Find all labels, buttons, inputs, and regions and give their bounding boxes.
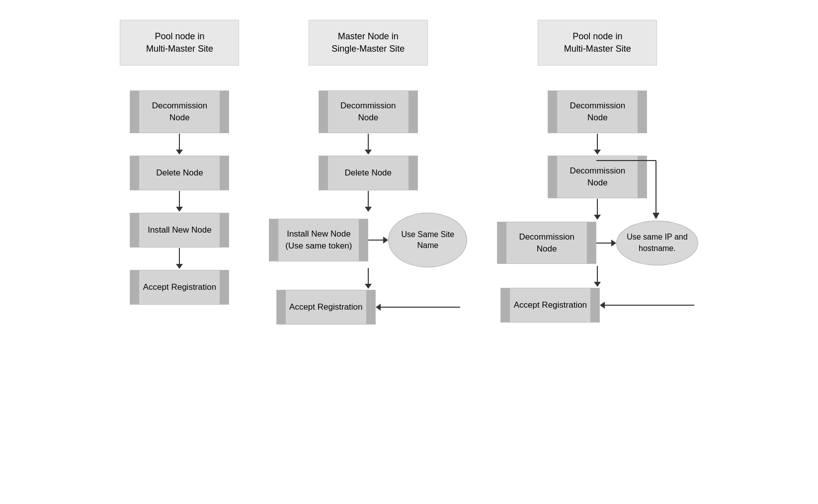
col3-step3: DecommissionNode (497, 222, 596, 264)
column-3: Pool node inMulti-Master Site Decommissi… (497, 20, 698, 323)
col1-step4: Accept Registration (130, 270, 229, 305)
col3-header: Pool node inMulti-Master Site (538, 20, 657, 66)
col3-step1: DecommissionNode (548, 90, 647, 133)
col2-step1: DecommissionNode (319, 90, 418, 133)
col3-arrowhead-left (600, 302, 605, 309)
col2-arrow-right (368, 237, 388, 244)
col2-step2: Delete Node (319, 156, 418, 190)
col3-step1-label: DecommissionNode (570, 100, 625, 124)
col1-arrow3 (176, 248, 183, 270)
col3-step4: Accept Registration (500, 288, 600, 323)
diagram-container: Pool node in Multi-Master Site Decommiss… (10, 20, 808, 325)
col3-header-text: Pool node inMulti-Master Site (564, 30, 631, 55)
col3-arrow1 (594, 133, 601, 156)
svg-marker-2 (653, 213, 659, 219)
col2-step3: Install New Node(Use same token) (269, 219, 368, 261)
col2-header: Master Node inSingle-Master Site (309, 20, 428, 66)
col3-step4-label: Accept Registration (514, 299, 587, 311)
col2-oval-text: Use Same SiteName (401, 229, 454, 252)
col1-header: Pool node in Multi-Master Site (120, 20, 239, 66)
col2-step3-label: Install New Node(Use same token) (285, 228, 352, 252)
col3-bottom-row: Accept Registration (500, 288, 694, 323)
col2-header-text: Master Node inSingle-Master Site (331, 30, 405, 55)
col2-step1-label: DecommissionNode (340, 100, 396, 124)
col3-step2-label: DecommissionNode (570, 165, 625, 189)
col2-arrow1 (365, 133, 372, 156)
col1-arrow1 (176, 133, 183, 156)
col3-step2: DecommissionNode (548, 156, 647, 198)
col1-arrow2 (176, 190, 183, 213)
col1-step1-label: DecommissionNode (152, 100, 207, 124)
col1-step2: Delete Node (130, 156, 229, 190)
col3-oval: Use same IP andhostname. (616, 221, 698, 265)
col1-step1: DecommissionNode (130, 90, 229, 133)
col3-arrow2 (594, 198, 601, 221)
col1-step2-label: Delete Node (156, 167, 203, 179)
col2-arrow-line (381, 307, 460, 308)
col1-step4-label: Accept Registration (143, 281, 216, 293)
column-1: Pool node in Multi-Master Site Decommiss… (120, 20, 239, 305)
column-2: Master Node inSingle-Master Site Decommi… (269, 20, 467, 325)
col2-arrow3 (365, 267, 372, 290)
col2-bottom-row: Accept Registration (276, 290, 460, 325)
col2-arrowhead-left (376, 304, 381, 311)
col2-step2-label: Delete Node (345, 167, 392, 179)
col2-step4-label: Accept Registration (289, 301, 362, 313)
col3-arrow-line (605, 305, 694, 306)
col1-step3-label: Install New Node (148, 224, 212, 236)
col2-left-arrow (376, 304, 460, 311)
col2-step4: Accept Registration (276, 290, 376, 325)
col1-header-text: Pool node in Multi-Master Site (146, 30, 213, 55)
col3-step3-label: DecommissionNode (519, 231, 574, 255)
col3-oval-text: Use same IP andhostname. (627, 232, 687, 254)
col2-arrow2 (365, 190, 372, 213)
col3-left-arrow (600, 302, 694, 309)
col2-mid-row: Install New Node(Use same token) Use Sam… (269, 213, 467, 267)
col2-oval: Use Same SiteName (388, 213, 467, 267)
col3-mid-row: DecommissionNode Use same IP andhostname… (497, 221, 698, 265)
col3-arrow3 (594, 265, 601, 288)
col3-bottom-connector (600, 302, 694, 309)
col3-arrow-right (596, 240, 616, 247)
col2-bottom-connector (376, 304, 460, 311)
col1-step3: Install New Node (130, 213, 229, 248)
